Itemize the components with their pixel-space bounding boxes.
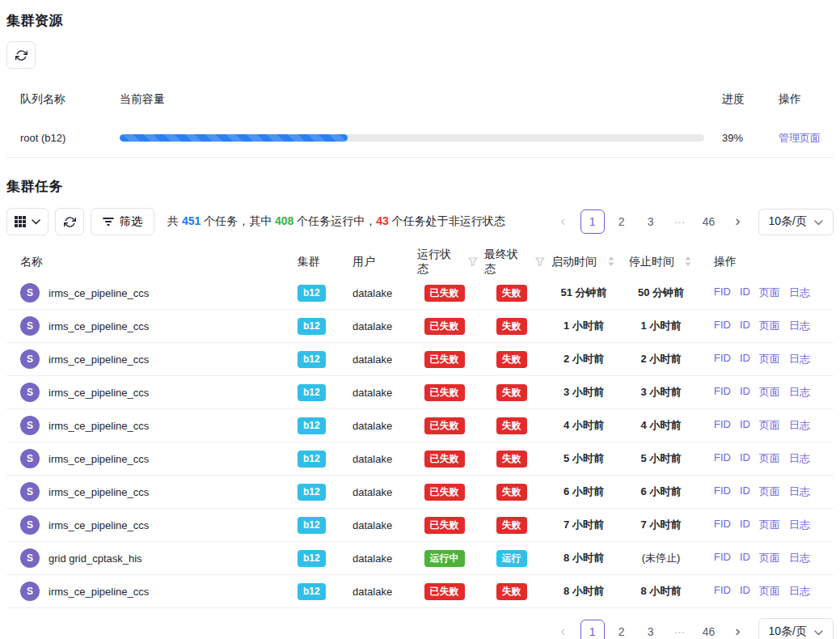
summary-text: 共 <box>167 214 182 227</box>
fid-link[interactable]: FID <box>714 485 731 499</box>
tasks-refresh-button[interactable] <box>55 208 84 235</box>
page-link[interactable]: 页面 <box>759 352 780 366</box>
resources-refresh-button[interactable] <box>6 41 36 69</box>
fid-link[interactable]: FID <box>714 286 731 300</box>
page-3-button[interactable]: 3 <box>639 209 663 234</box>
final-status-badge: 失败 <box>496 318 527 335</box>
page-3-button[interactable]: 3 <box>639 620 663 639</box>
id-link[interactable]: ID <box>740 485 750 499</box>
table-row: S irms_ce_pipeline_ccs b12 datalake 已失败 … <box>6 310 834 343</box>
sort-icon[interactable] <box>685 256 691 269</box>
page-link[interactable]: 页面 <box>759 286 780 300</box>
summary-text: 个任务处于非运行状态 <box>389 214 505 227</box>
log-link[interactable]: 日志 <box>789 286 810 300</box>
fid-link[interactable]: FID <box>714 551 731 565</box>
run-status-badge: 已失败 <box>424 417 465 434</box>
id-link[interactable]: ID <box>740 352 750 366</box>
id-link[interactable]: ID <box>740 584 750 599</box>
stop-time-cell: 4 小时前 <box>623 418 699 433</box>
run-status-header-label: 运行状态 <box>417 248 461 277</box>
page-link[interactable]: 页面 <box>759 319 780 333</box>
sort-icon[interactable] <box>608 256 614 269</box>
log-link[interactable]: 日志 <box>789 319 810 333</box>
running-count: 408 <box>275 214 293 227</box>
fid-link[interactable]: FID <box>714 385 731 400</box>
task-name: irms_ce_pipeline_ccs <box>49 453 149 465</box>
log-link[interactable]: 日志 <box>789 551 810 565</box>
page-2-button[interactable]: 2 <box>610 620 634 639</box>
id-link[interactable]: ID <box>740 319 750 333</box>
start-time-cell: 5 小时前 <box>545 451 623 466</box>
page-46-button[interactable]: 46 <box>697 209 721 234</box>
prev-page-button[interactable]: ‹ <box>551 209 576 234</box>
cluster-badge: b12 <box>298 550 326 567</box>
bottom-pagination-bar: ‹ 1 2 3 ··· 46 › 10条/页 <box>6 618 834 639</box>
page-link[interactable]: 页面 <box>759 485 780 499</box>
task-name: irms_ce_pipeline_ccs <box>49 586 149 598</box>
id-link[interactable]: ID <box>740 286 750 300</box>
fid-link[interactable]: FID <box>714 584 731 599</box>
id-link[interactable]: ID <box>740 551 750 565</box>
task-name: irms_ce_pipeline_ccs <box>49 486 149 498</box>
page-size-select[interactable]: 10条/页 <box>758 618 834 639</box>
run-status-badge: 运行中 <box>424 550 465 567</box>
spark-avatar: S <box>20 449 40 468</box>
fid-link[interactable]: FID <box>714 352 731 366</box>
capacity-header: 当前容量 <box>120 92 704 107</box>
stop-time-cell: 50 分钟前 <box>623 286 699 300</box>
cluster-badge: b12 <box>298 318 326 335</box>
log-link[interactable]: 日志 <box>789 451 810 466</box>
user-cell: datalake <box>346 287 411 299</box>
next-page-button[interactable]: › <box>726 620 750 639</box>
final-status-badge: 失败 <box>496 451 527 468</box>
run-status-badge: 已失败 <box>424 318 465 335</box>
filter-funnel-icon[interactable] <box>468 256 478 269</box>
log-link[interactable]: 日志 <box>789 518 810 532</box>
spark-avatar: S <box>20 416 40 435</box>
final-status-badge: 失败 <box>496 484 527 501</box>
next-page-button[interactable]: › <box>726 209 750 234</box>
fid-link[interactable]: FID <box>714 418 731 433</box>
id-link[interactable]: ID <box>740 518 750 532</box>
page-size-value: 10条/页 <box>769 624 807 639</box>
progress-bar-fill <box>120 134 348 142</box>
user-cell: datalake <box>346 552 411 565</box>
filter-funnel-icon[interactable] <box>535 256 545 269</box>
column-settings-button[interactable] <box>6 208 49 235</box>
table-row: S irms_ce_pipeline_ccs b12 datalake 已失败 … <box>6 575 834 608</box>
log-link[interactable]: 日志 <box>789 352 810 366</box>
page-1-button[interactable]: 1 <box>580 620 605 639</box>
log-link[interactable]: 日志 <box>789 485 810 499</box>
fid-link[interactable]: FID <box>714 319 731 333</box>
task-name: irms_ce_pipeline_ccs <box>49 519 149 531</box>
page-ellipsis[interactable]: ··· <box>668 620 692 639</box>
page-46-button[interactable]: 46 <box>697 620 721 639</box>
prev-page-button[interactable]: ‹ <box>551 620 576 639</box>
fid-link[interactable]: FID <box>714 451 731 466</box>
page-link[interactable]: 页面 <box>759 584 780 599</box>
page-link[interactable]: 页面 <box>759 451 780 466</box>
table-row: S irms_ce_pipeline_ccs b12 datalake 已失败 … <box>6 509 834 542</box>
page-size-select[interactable]: 10条/页 <box>758 209 834 235</box>
page-link[interactable]: 页面 <box>759 518 780 532</box>
page-link[interactable]: 页面 <box>759 418 780 433</box>
page-ellipsis[interactable]: ··· <box>668 209 692 234</box>
spark-avatar: S <box>20 316 40 336</box>
id-link[interactable]: ID <box>740 451 750 466</box>
page-link[interactable]: 页面 <box>759 385 780 400</box>
log-link[interactable]: 日志 <box>789 385 810 400</box>
progress-bar-track <box>120 134 704 142</box>
filter-button[interactable]: 筛选 <box>91 208 154 235</box>
fid-link[interactable]: FID <box>714 518 731 532</box>
log-link[interactable]: 日志 <box>789 584 810 599</box>
page-link[interactable]: 页面 <box>759 551 780 565</box>
page-1-button[interactable]: 1 <box>580 209 605 234</box>
cluster-badge: b12 <box>298 384 326 401</box>
chevron-down-icon <box>814 625 823 638</box>
manage-page-link[interactable]: 管理页面 <box>779 132 821 144</box>
page-2-button[interactable]: 2 <box>610 209 634 234</box>
log-link[interactable]: 日志 <box>789 418 810 433</box>
id-link[interactable]: ID <box>740 385 750 400</box>
id-link[interactable]: ID <box>740 418 750 433</box>
cluster-badge: b12 <box>298 417 326 434</box>
